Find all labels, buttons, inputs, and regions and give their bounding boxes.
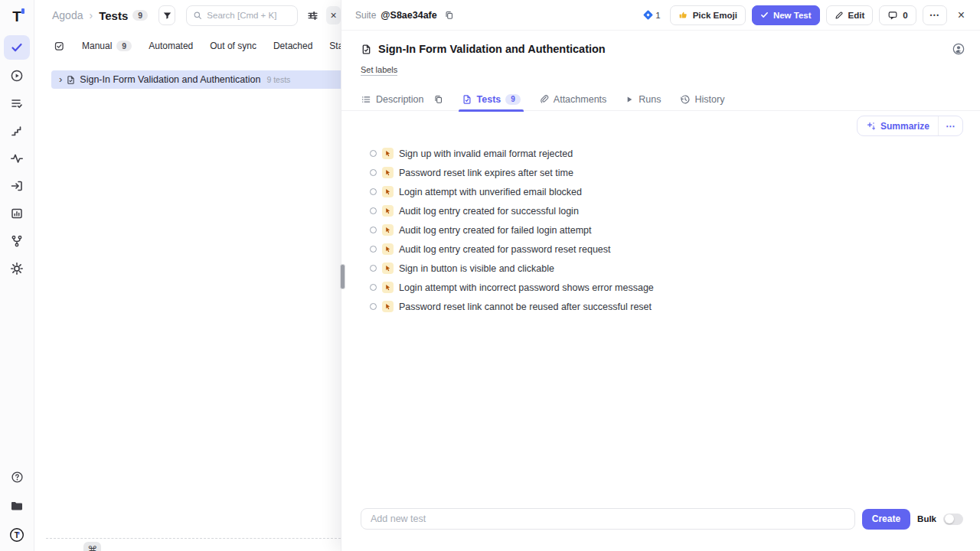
help-icon[interactable] <box>5 465 29 488</box>
ellipsis-icon: ⋯ <box>929 9 940 21</box>
test-status-circle-icon[interactable] <box>370 265 377 272</box>
summarize-more-button[interactable]: ⋯ <box>939 121 962 132</box>
nav-steps-stairs-icon[interactable] <box>5 119 29 142</box>
summarize-button[interactable]: Summarize <box>858 116 939 135</box>
tab-attachments[interactable]: Attachments <box>539 88 606 111</box>
copy-suite-id-icon[interactable] <box>444 10 454 20</box>
detail-close-button[interactable]: × <box>953 8 969 22</box>
tests-tab-count-badge: 9 <box>505 94 521 105</box>
filter-tab-out-of-sync[interactable]: Out of sync <box>210 41 256 51</box>
jira-diamond-icon <box>643 10 653 20</box>
suite-detail-panel: Suite @S8ae34afe 1 Pick Emoji New Test <box>341 0 980 551</box>
test-title: Sign up with invalid email format reject… <box>399 148 573 159</box>
tab-tests[interactable]: Tests 9 <box>462 88 521 111</box>
suite-title: Sign-In Form Validation and Authenticati… <box>80 74 260 85</box>
more-actions-button[interactable]: ⋯ <box>923 5 947 25</box>
test-status-circle-icon[interactable] <box>370 207 377 214</box>
new-test-button[interactable]: New Test <box>752 5 820 25</box>
add-new-test-input[interactable] <box>361 508 855 530</box>
add-test-footer: Create Bulk <box>341 508 980 530</box>
tree-panel: Agoda › Tests 9 × Manual 9 A <box>34 0 341 551</box>
filter-tab-detached[interactable]: Detached <box>273 41 312 51</box>
bulk-label: Bulk <box>917 514 936 523</box>
nav-plans-list-check-icon[interactable] <box>5 92 29 115</box>
nav-report-icon[interactable] <box>5 202 29 225</box>
search-box[interactable] <box>186 5 298 26</box>
nav-runs-play-circle-icon[interactable] <box>5 64 29 87</box>
test-title: Password reset link cannot be reused aft… <box>399 302 652 312</box>
assignee-avatar-icon[interactable] <box>952 43 965 55</box>
set-labels-link[interactable]: Set labels <box>361 65 397 76</box>
panel-resize-handle[interactable] <box>340 264 345 289</box>
app-logo-icon[interactable]: T <box>12 6 21 28</box>
tree-footer: ⌘ <box>46 538 341 551</box>
test-row[interactable]: Login attempt with unverified email bloc… <box>341 182 980 201</box>
pick-emoji-button[interactable]: Pick Emoji <box>670 5 746 25</box>
test-status-circle-icon[interactable] <box>370 150 377 157</box>
tab-runs[interactable]: Runs <box>625 88 661 111</box>
suite-detail-title: Sign-In Form Validation and Authenticati… <box>378 43 606 55</box>
manual-test-icon <box>382 186 394 197</box>
nav-pulse-icon[interactable] <box>5 147 29 170</box>
projects-folder-icon[interactable] <box>5 494 29 517</box>
breadcrumb-section[interactable]: Tests <box>99 9 128 22</box>
tree-close-button[interactable]: × <box>326 6 341 24</box>
tab-label: Runs <box>639 94 661 105</box>
create-test-button[interactable]: Create <box>862 509 910 530</box>
test-title: Audit log entry created for password res… <box>399 244 611 255</box>
filter-button[interactable] <box>158 5 175 25</box>
test-row[interactable]: Sign up with invalid email format reject… <box>341 144 980 163</box>
filter-tab-manual[interactable]: Manual 9 <box>82 41 132 52</box>
test-row[interactable]: Login attempt with incorrect password sh… <box>341 278 980 297</box>
chevron-right-icon[interactable]: › <box>59 73 62 85</box>
test-title: Sign in button is visible and clickable <box>399 263 554 274</box>
account-logo-icon[interactable]: T <box>5 523 29 546</box>
summarize-group: Summarize ⋯ <box>857 116 963 136</box>
linked-issues-indicator[interactable]: 1 <box>645 11 660 20</box>
tree-row-suite[interactable]: › Sign-In Form Validation and Authentica… <box>51 70 341 89</box>
comments-button[interactable]: 0 <box>879 5 916 25</box>
tests-list: Sign up with invalid email format reject… <box>341 144 980 316</box>
nav-import-icon[interactable] <box>5 174 29 197</box>
paperclip-icon <box>539 94 549 104</box>
test-title: Audit log entry created for successful l… <box>399 206 579 217</box>
bulk-toggle[interactable] <box>943 514 963 525</box>
tab-history[interactable]: History <box>680 88 725 111</box>
test-row[interactable]: Password reset link expires after set ti… <box>341 163 980 182</box>
linked-issues-count: 1 <box>655 11 660 20</box>
search-icon <box>193 11 202 20</box>
test-status-circle-icon[interactable] <box>370 303 377 310</box>
nav-branch-icon[interactable] <box>5 230 29 253</box>
edit-button[interactable]: Edit <box>826 5 874 25</box>
test-status-circle-icon[interactable] <box>370 246 377 253</box>
detail-tabs: Description Tests 9 Attachments Runs His… <box>341 88 980 111</box>
filter-tab-label: Detached <box>273 41 312 51</box>
command-shortcut-button[interactable]: ⌘ <box>83 542 101 551</box>
nav-tests-check-icon[interactable] <box>4 35 30 60</box>
detail-header: Suite @S8ae34afe 1 Pick Emoji New Test <box>341 0 980 31</box>
test-status-circle-icon[interactable] <box>370 188 377 195</box>
test-status-circle-icon[interactable] <box>370 227 377 233</box>
tab-label: History <box>695 94 725 105</box>
filter-tab-label: Automated <box>149 41 193 51</box>
filter-tab-automated[interactable]: Automated <box>149 41 193 51</box>
test-title: Login attempt with incorrect password sh… <box>399 282 654 293</box>
search-input[interactable] <box>207 11 291 20</box>
ai-sparkle-icon <box>866 121 876 131</box>
tab-description[interactable]: Description <box>361 88 424 111</box>
test-title: Audit log entry created for failed login… <box>399 225 592 236</box>
edit-label: Edit <box>848 11 865 20</box>
select-all-icon[interactable] <box>54 41 65 52</box>
breadcrumb-project[interactable]: Agoda <box>52 9 83 21</box>
test-row[interactable]: Sign in button is visible and clickable <box>341 259 980 278</box>
test-status-circle-icon[interactable] <box>370 284 377 291</box>
nav-settings-gear-icon[interactable] <box>5 257 29 280</box>
sliders-icon[interactable] <box>307 10 318 21</box>
test-row[interactable]: Audit log entry created for failed login… <box>341 220 980 240</box>
tree-topbar: Agoda › Tests 9 × <box>34 0 341 31</box>
test-row[interactable]: Audit log entry created for successful l… <box>341 201 980 220</box>
copy-description-icon[interactable] <box>433 94 443 104</box>
test-status-circle-icon[interactable] <box>370 169 377 176</box>
test-row[interactable]: Audit log entry created for password res… <box>341 240 980 259</box>
test-row[interactable]: Password reset link cannot be reused aft… <box>341 297 980 316</box>
